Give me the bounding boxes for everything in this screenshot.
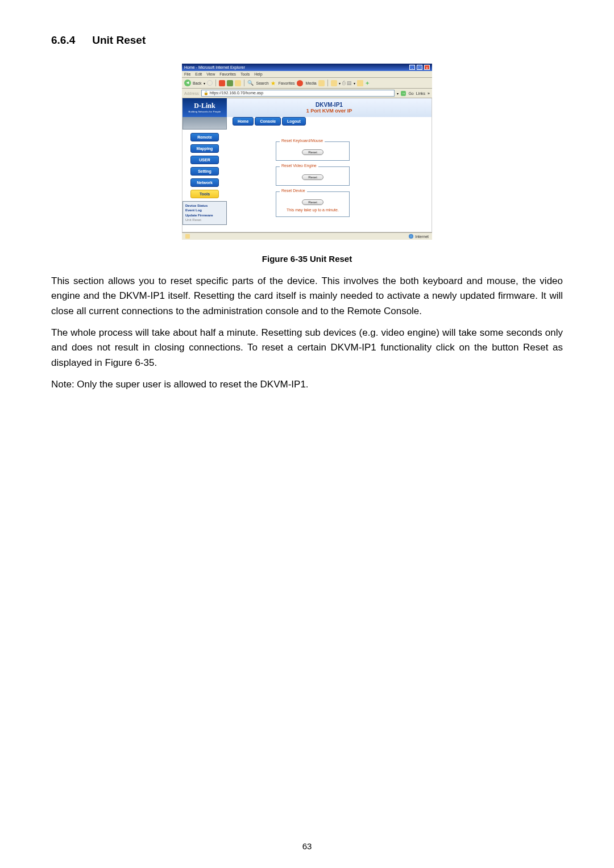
- sidebar-product-image: [182, 117, 227, 130]
- reset-video-legend: Reset Video Engine: [280, 164, 318, 168]
- back-dropdown-icon[interactable]: ▾: [204, 81, 205, 85]
- reset-device-legend: Reset Device: [280, 189, 307, 193]
- reset-keyboard-mouse-group: Reset Keyboard/Mouse Reset: [276, 141, 350, 161]
- dlink-tabs: Home Console Logout: [230, 117, 432, 126]
- screenshot-ie-window: Home - Microsoft Internet Explorer - □ ×…: [182, 64, 432, 240]
- reset-content: Reset Keyboard/Mouse Reset Reset Video E…: [230, 126, 432, 228]
- reset-device-button[interactable]: Reset: [302, 199, 323, 205]
- submenu-event-log[interactable]: Event Log: [185, 208, 224, 212]
- links-label[interactable]: Links: [416, 91, 425, 95]
- product-description: 1 Port KVM over IP: [230, 108, 428, 114]
- sidebar: Remote Mapping USER Setting Network Tool…: [182, 117, 227, 228]
- section-number: 6.6.4: [51, 34, 75, 46]
- messenger-icon[interactable]: ✦: [365, 80, 370, 86]
- forward-icon[interactable]: [207, 80, 213, 86]
- close-icon[interactable]: ×: [424, 65, 430, 70]
- reset-kb-mouse-legend: Reset Keyboard/Mouse: [280, 139, 325, 143]
- maximize-icon[interactable]: □: [417, 65, 422, 70]
- reset-video-engine-group: Reset Video Engine Reset: [276, 166, 350, 186]
- brand-text: D-Link: [186, 102, 223, 110]
- product-name: DKVM-IP1: [230, 102, 428, 108]
- tab-logout[interactable]: Logout: [282, 117, 306, 126]
- history-icon[interactable]: [318, 80, 325, 86]
- sidebar-user-button[interactable]: USER: [190, 156, 219, 164]
- edit-dropdown-icon[interactable]: ▾: [354, 81, 355, 85]
- status-done-icon: [185, 234, 190, 239]
- submenu-update-firmware[interactable]: Update Firmware: [185, 213, 224, 218]
- mail-icon[interactable]: [331, 80, 337, 86]
- dlink-page-content: D-Link Building Networks for People DKVM…: [182, 98, 432, 232]
- menu-favorites[interactable]: Favorites: [219, 72, 236, 76]
- dlink-header: D-Link Building Networks for People DKVM…: [182, 98, 432, 117]
- address-input[interactable]: 🔒 https://192.168.0.70/home.asp: [201, 90, 395, 97]
- sidebar-mapping-button[interactable]: Mapping: [190, 144, 219, 153]
- ie-toolbar: ◄ Back ▾ 🔍 Search ★ Favorites Media ▾ ⎙ …: [182, 78, 432, 89]
- reset-device-group: Reset Device Reset This may take up to a…: [276, 191, 350, 217]
- globe-icon: [409, 234, 413, 239]
- dlink-body: Remote Mapping USER Setting Network Tool…: [182, 117, 432, 232]
- figure-caption: Figure 6-35 Unit Reset: [51, 254, 563, 264]
- reset-device-note: This may take up to a minute.: [282, 208, 343, 212]
- back-icon[interactable]: ◄: [184, 80, 191, 86]
- page-number: 63: [0, 841, 614, 851]
- search-icon[interactable]: 🔍: [247, 80, 254, 86]
- back-label: Back: [193, 81, 202, 85]
- menu-help[interactable]: Help: [254, 72, 262, 76]
- paragraph-2: The whole process will take about half a…: [51, 326, 563, 370]
- print-icon[interactable]: ⎙: [342, 80, 345, 86]
- sidebar-tools-submenu: Device Status Event Log Update Firmware …: [182, 201, 227, 225]
- paragraph-3: Note: Only the super user is allowed to …: [51, 377, 563, 392]
- submenu-unit-reset[interactable]: Unit Reset: [185, 218, 224, 222]
- separator-icon: [327, 80, 328, 86]
- address-label: Address: [184, 91, 199, 95]
- go-label: Go: [408, 91, 413, 95]
- mail-dropdown-icon[interactable]: ▾: [339, 81, 341, 85]
- go-icon[interactable]: →: [401, 91, 406, 96]
- media-label: Media: [306, 81, 317, 85]
- favorites-star-icon[interactable]: ★: [271, 80, 276, 86]
- status-zone: Internet: [409, 234, 429, 239]
- dlink-logo: D-Link Building Networks for People: [182, 98, 227, 117]
- menu-tools[interactable]: Tools: [240, 72, 250, 76]
- menu-edit[interactable]: Edit: [195, 72, 202, 76]
- discuss-icon[interactable]: [357, 80, 363, 86]
- product-banner: DKVM-IP1 1 Port KVM over IP: [227, 98, 432, 117]
- separator-icon: [215, 80, 216, 86]
- section-heading: 6.6.4Unit Reset: [51, 34, 563, 47]
- favorites-label: Favorites: [279, 81, 295, 85]
- menu-view[interactable]: View: [206, 72, 215, 76]
- ie-title-bar: Home - Microsoft Internet Explorer - □ ×: [182, 64, 432, 71]
- sidebar-network-button[interactable]: Network: [190, 178, 219, 187]
- sidebar-setting-button[interactable]: Setting: [190, 167, 219, 176]
- refresh-icon[interactable]: [227, 80, 233, 86]
- sidebar-tools-button[interactable]: Tools: [190, 190, 219, 198]
- separator-icon: [244, 80, 244, 86]
- section-title-text: Unit Reset: [92, 34, 146, 46]
- address-dropdown-icon[interactable]: ▾: [397, 91, 399, 95]
- ie-menu-bar: File Edit View Favorites Tools Help: [182, 71, 432, 78]
- submenu-device-status[interactable]: Device Status: [185, 203, 224, 208]
- home-icon[interactable]: [235, 80, 241, 86]
- tab-home[interactable]: Home: [233, 117, 254, 126]
- reset-kb-mouse-button[interactable]: Reset: [302, 149, 323, 155]
- zone-label: Internet: [415, 235, 429, 239]
- main-panel: Home Console Logout Reset Keyboard/Mouse…: [230, 117, 432, 228]
- ie-window-controls: - □ ×: [409, 65, 430, 70]
- menu-file[interactable]: File: [184, 72, 190, 76]
- sidebar-remote-button[interactable]: Remote: [190, 133, 219, 141]
- ie-status-bar: Internet: [182, 232, 432, 240]
- media-icon[interactable]: [297, 80, 303, 86]
- stop-icon[interactable]: [219, 80, 225, 86]
- brand-tagline: Building Networks for People: [186, 110, 223, 113]
- ie-address-bar: Address 🔒 https://192.168.0.70/home.asp …: [182, 89, 432, 98]
- links-expand-icon[interactable]: »: [428, 91, 430, 95]
- ie-window-title: Home - Microsoft Internet Explorer: [184, 65, 245, 69]
- search-label: Search: [256, 81, 269, 85]
- tab-console[interactable]: Console: [255, 117, 281, 126]
- paragraph-1: This section allows you to reset specifi…: [51, 274, 563, 319]
- edit-icon[interactable]: ▤: [347, 80, 352, 86]
- reset-video-button[interactable]: Reset: [302, 174, 323, 180]
- minimize-icon[interactable]: -: [409, 65, 415, 70]
